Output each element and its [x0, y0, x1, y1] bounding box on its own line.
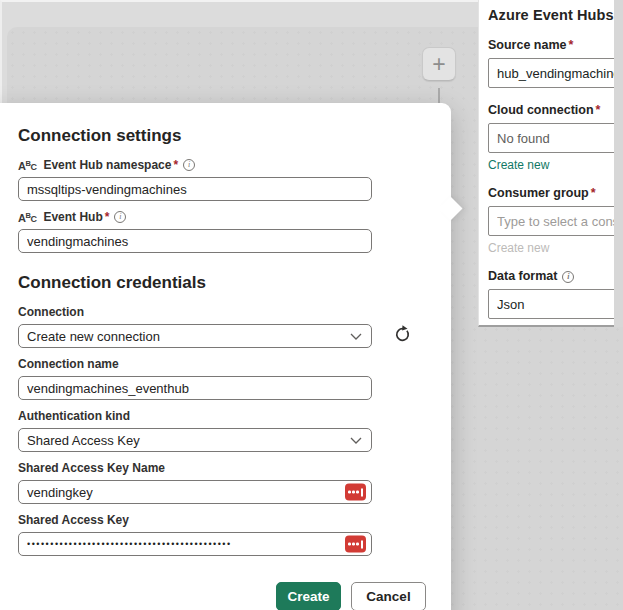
consumer-group-label: Consumer group*: [488, 186, 623, 200]
data-format-input[interactable]: [488, 289, 623, 319]
connection-settings-heading: Connection settings: [18, 126, 451, 146]
required-asterisk: *: [596, 103, 601, 117]
zoom-in-button[interactable]: +: [422, 47, 456, 81]
text-datatype-icon: ABC: [18, 156, 36, 174]
authentication-kind-label: Authentication kind: [18, 409, 451, 423]
source-name-input[interactable]: [488, 58, 623, 88]
cancel-button[interactable]: Cancel: [351, 582, 426, 610]
cloud-connection-label: Cloud connection*: [488, 103, 623, 117]
cloud-connection-create-new-link[interactable]: Create new: [488, 158, 549, 172]
connection-credentials-heading: Connection credentials: [18, 273, 451, 293]
refresh-button[interactable]: [390, 324, 414, 348]
azure-event-hubs-panel: Azure Event Hubs Source name* Cloud conn…: [478, 0, 623, 327]
consumer-group-input[interactable]: [488, 206, 623, 236]
create-button[interactable]: Create: [276, 582, 341, 610]
sak-label: Shared Access Key: [18, 513, 451, 527]
connection-name-label: Connection name: [18, 357, 451, 371]
namespace-label: Event Hub namespace*: [43, 158, 178, 172]
info-icon[interactable]: i: [114, 211, 126, 223]
data-format-label: Data formati: [488, 269, 623, 283]
eventhub-label-row: ABC Event Hub* i: [18, 210, 451, 224]
namespace-input[interactable]: [18, 177, 372, 201]
sak-name-label: Shared Access Key Name: [18, 461, 451, 475]
namespace-label-row: ABC Event Hub namespace* i: [18, 158, 451, 172]
authentication-kind-value: Shared Access Key: [27, 433, 140, 448]
zoom-toolbar-divider: [438, 88, 440, 103]
text-datatype-icon: ABC: [18, 208, 36, 226]
info-icon[interactable]: i: [562, 271, 574, 283]
panel-title: Azure Event Hubs: [488, 7, 623, 23]
password-extension-badge-icon[interactable]: [345, 484, 366, 501]
authentication-kind-dropdown[interactable]: Shared Access Key: [18, 428, 372, 452]
eventhub-label: Event Hub*: [43, 210, 109, 224]
connection-label: Connection: [18, 305, 451, 319]
dialog-footer: Create Cancel: [18, 582, 451, 610]
refresh-icon: [392, 324, 413, 348]
eventhub-input[interactable]: [18, 229, 372, 253]
connection-settings-dialog: Connection settings ABC Event Hub namesp…: [0, 103, 451, 610]
required-asterisk: *: [105, 210, 110, 224]
connection-dropdown[interactable]: Create new connection: [18, 324, 372, 348]
connection-name-input[interactable]: [18, 376, 372, 400]
eventstream-editor: + Azure Event Hubs Source name* Cloud co…: [0, 0, 623, 610]
info-icon[interactable]: i: [183, 159, 195, 171]
required-asterisk: *: [173, 158, 178, 172]
consumer-group-create-new-link: Create new: [488, 241, 549, 255]
sak-input[interactable]: [18, 532, 372, 556]
chevron-down-icon: [350, 433, 362, 448]
plus-icon: +: [432, 53, 445, 76]
required-asterisk: *: [591, 186, 596, 200]
required-asterisk: *: [569, 38, 574, 52]
connection-dropdown-value: Create new connection: [27, 329, 160, 344]
sak-name-input[interactable]: [18, 480, 372, 504]
chevron-down-icon: [350, 329, 362, 344]
password-extension-badge-icon[interactable]: [345, 536, 366, 553]
screenshot-crop-strip: [614, 0, 623, 327]
source-name-label: Source name*: [488, 38, 623, 52]
cloud-connection-input[interactable]: [488, 123, 623, 153]
